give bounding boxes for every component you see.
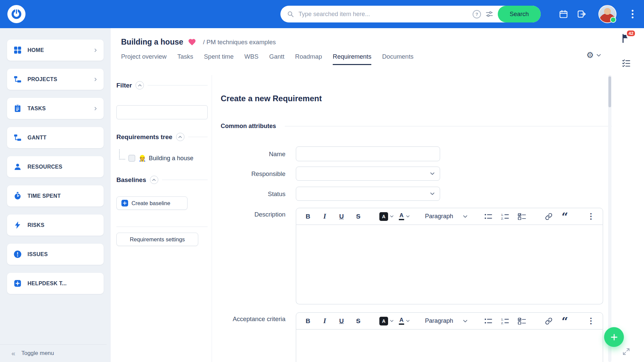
add-floating-button[interactable] (604, 327, 624, 347)
sidebar: HOME PROJECTS (0, 28, 111, 362)
responsible-label: Responsible (212, 170, 285, 178)
acceptance-textarea[interactable] (296, 329, 603, 362)
search-button[interactable]: Search (498, 6, 541, 22)
name-label: Name (212, 150, 285, 158)
chevron-down-icon (406, 320, 410, 322)
sidebar-item-gantt[interactable]: GANTT (7, 127, 104, 148)
quote-glyph: “ (561, 213, 568, 221)
plus-square-icon (13, 279, 22, 288)
tree-item-building-a-house[interactable]: 👷 Building a house (116, 151, 194, 166)
requirements-settings-label: Requirements settings (130, 236, 185, 243)
chevron-right-icon (94, 106, 98, 111)
description-editor: B I U S A A (296, 208, 603, 304)
italic-icon[interactable]: I (319, 211, 330, 222)
responsible-select[interactable] (296, 167, 440, 181)
toggle-menu-button[interactable]: « Toggle menu (0, 344, 107, 362)
numbered-list-icon[interactable]: 1.2. (499, 315, 511, 327)
sidebar-item-resources[interactable]: RESOURCES (7, 156, 104, 177)
sidebar-item-label: HELPDESK T... (28, 281, 67, 287)
favorite-heart-icon[interactable] (188, 38, 196, 46)
baselines-title: Baselines (116, 176, 146, 184)
paragraph-style-dropdown[interactable]: Paragraph (425, 213, 467, 220)
scrollbar-thumb[interactable] (608, 76, 611, 107)
status-select[interactable] (296, 187, 440, 201)
help-icon[interactable]: ? (473, 10, 481, 18)
description-textarea[interactable] (296, 225, 603, 304)
todo-list-icon[interactable] (516, 211, 528, 222)
create-baseline-button[interactable]: Create baseline (116, 196, 187, 210)
strikethrough-icon[interactable]: S (353, 315, 364, 327)
underline-icon[interactable]: U (336, 315, 347, 327)
numbered-list-icon[interactable]: 1.2. (499, 211, 511, 222)
blockquote-icon[interactable]: “ (560, 213, 570, 221)
toggle-menu-label: Toggle menu (21, 350, 54, 357)
chevron-right-icon (94, 77, 98, 82)
sidebar-item-label: TIME SPENT (28, 193, 61, 199)
underline-icon[interactable]: U (336, 211, 347, 222)
highlight-icon[interactable]: A (379, 211, 393, 222)
tree-item-emoji: 👷 (139, 155, 146, 162)
editor-more-icon[interactable]: ⋮ (585, 211, 597, 222)
link-icon[interactable] (543, 211, 554, 222)
tab-tasks[interactable]: Tasks (177, 53, 193, 65)
kebab-glyph: ⋮ (587, 317, 595, 325)
filter-input[interactable] (116, 105, 208, 119)
font-color-icon[interactable]: A (399, 315, 410, 327)
highlight-icon[interactable]: A (379, 315, 393, 327)
collapse-chevron-icon[interactable] (150, 176, 158, 184)
font-color-icon[interactable]: A (399, 211, 410, 222)
todo-list-icon[interactable] (516, 315, 528, 327)
editor-toolbar: B I U S A A (296, 208, 603, 225)
acceptance-editor: B I U S A A (296, 312, 603, 362)
link-icon[interactable] (543, 315, 554, 327)
bold-icon[interactable]: B (302, 211, 314, 222)
user-avatar[interactable] (598, 5, 616, 23)
tree-item-checkbox[interactable] (128, 155, 135, 162)
lightning-icon (13, 221, 22, 229)
divider (285, 126, 612, 126)
app-logo[interactable] (7, 5, 25, 23)
sidebar-item-helpdesk[interactable]: HELPDESK T... (7, 273, 104, 294)
clipboard-icon (13, 104, 22, 113)
sidebar-item-projects[interactable]: PROJECTS (7, 69, 104, 90)
topbar: ? Search (0, 0, 644, 28)
name-input[interactable] (296, 146, 440, 161)
chevron-down-icon (463, 320, 467, 322)
paragraph-label: Paragraph (425, 317, 453, 324)
chevron-down-icon (390, 215, 393, 218)
search-filters-icon[interactable] (486, 11, 493, 17)
fullscreen-icon[interactable] (622, 347, 631, 356)
kebab-menu-icon[interactable] (631, 9, 634, 19)
bold-icon[interactable]: B (302, 315, 314, 327)
global-search: ? Search (280, 6, 541, 22)
search-input[interactable] (298, 10, 473, 18)
editor-more-icon[interactable]: ⋮ (585, 315, 597, 327)
strikethrough-icon[interactable]: S (353, 211, 364, 222)
scrollbar-track (608, 75, 611, 362)
blockquote-icon[interactable]: “ (560, 317, 570, 325)
paragraph-style-dropdown[interactable]: Paragraph (425, 317, 467, 324)
editor-toolbar: B I U S A A (296, 312, 603, 329)
online-status-dot (610, 17, 616, 23)
chevron-down-icon (430, 192, 434, 195)
collapse-chevron-icon[interactable] (136, 81, 144, 89)
search-icon (287, 11, 294, 17)
requirements-settings-button[interactable]: Requirements settings (116, 233, 198, 246)
calendar-icon[interactable] (559, 9, 568, 19)
sidebar-item-time-spent[interactable]: TIME SPENT (7, 185, 104, 206)
sidebar-item-label: RISKS (28, 222, 44, 228)
sidebar-item-issues[interactable]: ISSUES (7, 244, 104, 265)
sidebar-item-home[interactable]: HOME (7, 40, 104, 61)
requirements-side-panel: Filter Requirements tree 👷 Building a ho… (111, 75, 212, 362)
highlight-chip: A (379, 317, 388, 325)
acceptance-criteria-label: Acceptance criteria (212, 315, 285, 323)
send-icon[interactable] (577, 9, 586, 19)
italic-icon[interactable]: I (319, 315, 330, 327)
sidebar-item-risks[interactable]: RISKS (7, 215, 104, 236)
filter-title: Filter (116, 82, 132, 89)
bulleted-list-icon[interactable] (483, 211, 494, 222)
sidebar-item-tasks[interactable]: TASKS (7, 98, 104, 119)
bulleted-list-icon[interactable] (483, 315, 494, 327)
tab-project-overview[interactable]: Project overview (121, 53, 167, 65)
collapse-chevron-icon[interactable] (176, 133, 184, 141)
